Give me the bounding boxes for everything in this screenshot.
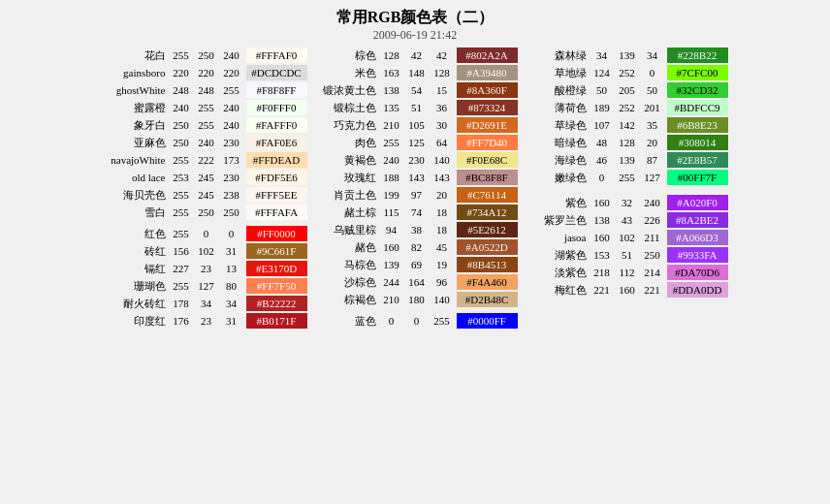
color-swatch: #DDA0DD (665, 281, 730, 299)
list-item: 暗绿色4812820#308014 (522, 134, 730, 151)
color-b: 143 (430, 169, 455, 186)
color-b: 140 (430, 151, 455, 169)
color-r: 128 (379, 47, 404, 64)
color-r: 210 (379, 116, 404, 134)
list-item: 酸橙绿5020550#32CD32 (522, 81, 730, 99)
list-item: 森林绿3413934#228B22 (522, 47, 730, 64)
color-swatch: #F8F8FF (244, 81, 309, 99)
left-column: 花白255250240#FFFAF0gainsboro220220220#DCD… (101, 47, 309, 330)
color-swatch: #D2691E (455, 116, 520, 134)
color-name: 蜜露橙 (101, 99, 169, 116)
color-r: 188 (379, 169, 404, 186)
color-g: 82 (404, 238, 430, 256)
color-name: 锻棕土色 (311, 99, 379, 116)
list-item: 雪白255250250#FFFAFA (101, 204, 309, 221)
color-g: 51 (404, 99, 430, 116)
color-name: 紫罗兰色 (522, 211, 590, 229)
list-item: 砖红15610231#9C661F (101, 242, 309, 260)
list-item: 珊瑚色25512780#FF7F50 (101, 277, 309, 295)
color-b: 64 (430, 134, 455, 151)
list-item: 紫色16032240#A020F0 (522, 194, 730, 211)
color-g: 97 (404, 186, 430, 204)
color-swatch: #F0E68C (455, 151, 520, 169)
color-name: 印度红 (101, 312, 169, 330)
color-name: 嫩绿色 (522, 169, 590, 186)
left-table: 花白255250240#FFFAF0gainsboro220220220#DCD… (101, 47, 309, 330)
color-swatch: #A066D3 (665, 229, 730, 246)
color-swatch: #8B4513 (455, 256, 520, 273)
color-b: 230 (219, 134, 244, 151)
page-title: 常用RGB颜色表（二） (101, 8, 730, 28)
color-g: 255 (194, 99, 219, 116)
color-r: 250 (169, 116, 194, 134)
color-swatch: #B22222 (244, 295, 309, 312)
color-r: 135 (379, 99, 404, 116)
color-b: 35 (640, 116, 665, 134)
color-name: 草绿色 (522, 116, 590, 134)
color-b: 240 (219, 47, 244, 64)
color-r: 255 (169, 151, 194, 169)
list-item: 玫瑰红188143143#BC8F8F (311, 169, 520, 186)
right-column: 森林绿3413934#228B22草地绿1242520#7CFC00酸橙绿502… (522, 47, 730, 330)
color-g: 105 (404, 116, 430, 134)
color-g: 127 (194, 277, 219, 295)
color-swatch: #DA70D6 (665, 264, 730, 281)
color-g: 245 (194, 169, 219, 186)
list-item: 薄荷色189252201#BDFCC9 (522, 99, 730, 116)
color-r: 221 (590, 281, 615, 299)
color-g: 125 (404, 134, 430, 151)
color-b: 96 (430, 273, 455, 291)
color-b: 15 (430, 81, 455, 99)
list-item: 马棕色1396919#8B4513 (311, 256, 520, 273)
list-item: 海绿色4613987#2E8B57 (522, 151, 730, 169)
color-r: 240 (169, 99, 194, 116)
color-b: 42 (430, 47, 455, 64)
color-r: 255 (169, 47, 194, 64)
color-r: 176 (169, 312, 194, 330)
color-g: 54 (404, 81, 430, 99)
color-swatch: #5E2612 (455, 221, 520, 238)
color-b: 0 (640, 64, 665, 81)
color-swatch: #FF7D40 (455, 134, 520, 151)
list-item: 草绿色10714235#6B8E23 (522, 116, 730, 134)
color-r: 248 (169, 81, 194, 99)
list-item: 蜜露橙240255240#F0FFF0 (101, 99, 309, 116)
color-g: 250 (194, 47, 219, 64)
color-b: 20 (640, 134, 665, 151)
color-g: 164 (404, 273, 430, 291)
color-swatch: #734A12 (455, 204, 520, 221)
color-r: 160 (590, 229, 615, 246)
color-name: 红色 (101, 225, 169, 242)
color-g: 102 (615, 229, 640, 246)
color-b: 226 (640, 211, 665, 229)
color-b: 127 (640, 169, 665, 186)
color-g: 250 (194, 204, 219, 221)
list-item: 镉红2272313#E3170D (101, 260, 309, 277)
list-item: 湖紫色15351250#9933FA (522, 246, 730, 264)
color-g: 220 (194, 64, 219, 81)
color-name: 酸橙绿 (522, 81, 590, 99)
color-swatch: #32CD32 (665, 81, 730, 99)
list-item: gainsboro220220220#DCDCDC (101, 64, 309, 81)
list-item: 草地绿1242520#7CFC00 (522, 64, 730, 81)
color-swatch: #F4A460 (455, 273, 520, 291)
list-item: 锻浓黄土色1385415#8A360F (311, 81, 520, 99)
list-item: jasoa160102211#A066D3 (522, 229, 730, 246)
color-name: 赭色 (311, 238, 379, 256)
color-b: 19 (430, 256, 455, 273)
color-g: 148 (404, 64, 430, 81)
list-item: 沙棕色24416496#F4A460 (311, 273, 520, 291)
list-item: 赭土棕1157418#734A12 (311, 204, 520, 221)
color-name: 梅红色 (522, 281, 590, 299)
color-b: 230 (219, 169, 244, 186)
color-b: 250 (219, 204, 244, 221)
color-r: 34 (590, 47, 615, 64)
color-g: 205 (615, 81, 640, 99)
color-g: 34 (194, 295, 219, 312)
color-b: 255 (430, 312, 455, 330)
color-b: 20 (430, 186, 455, 204)
color-name: 锻浓黄土色 (311, 81, 379, 99)
color-g: 139 (615, 47, 640, 64)
color-name: 赭土棕 (311, 204, 379, 221)
color-r: 138 (590, 211, 615, 229)
